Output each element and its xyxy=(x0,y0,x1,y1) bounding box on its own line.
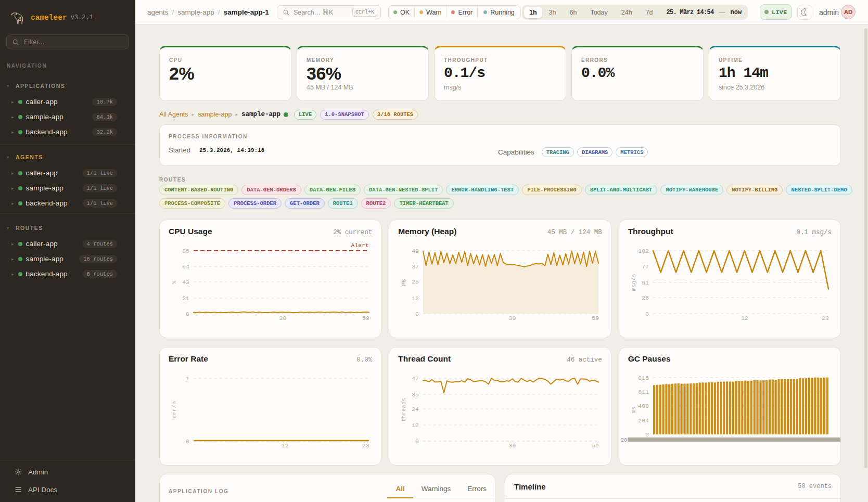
svg-text:25: 25 xyxy=(412,278,419,285)
svg-text:0: 0 xyxy=(186,438,189,445)
svg-text:Alert: Alert xyxy=(351,242,369,249)
svg-text:26: 26 xyxy=(642,294,649,301)
svg-text:408: 408 xyxy=(638,403,649,409)
svg-text:51: 51 xyxy=(642,279,649,286)
svg-text:85: 85 xyxy=(182,248,189,254)
svg-text:0: 0 xyxy=(415,311,419,317)
svg-text:threads: threads xyxy=(401,398,407,422)
svg-text:102: 102 xyxy=(638,248,649,254)
svg-text:37: 37 xyxy=(412,263,419,270)
svg-text:%: % xyxy=(171,280,177,284)
svg-text:30: 30 xyxy=(509,442,516,449)
svg-text:1: 1 xyxy=(186,375,189,382)
svg-text:47: 47 xyxy=(412,375,419,382)
svg-text:49: 49 xyxy=(412,248,419,254)
svg-text:30: 30 xyxy=(509,315,516,321)
svg-text:35: 35 xyxy=(412,391,419,398)
svg-text:815: 815 xyxy=(638,375,649,381)
svg-text:0: 0 xyxy=(415,438,419,445)
svg-text:43: 43 xyxy=(182,279,189,286)
svg-text:12: 12 xyxy=(412,422,419,429)
svg-text:23: 23 xyxy=(822,315,829,321)
svg-text:12: 12 xyxy=(282,442,289,449)
svg-text:21: 21 xyxy=(182,295,189,302)
svg-text:ms: ms xyxy=(631,406,637,413)
svg-text:0: 0 xyxy=(645,311,649,317)
svg-text:64: 64 xyxy=(182,263,189,270)
svg-text:59: 59 xyxy=(592,315,599,321)
svg-text:204: 204 xyxy=(638,417,649,424)
svg-text:20: 20 xyxy=(621,437,627,443)
svg-text:err/h: err/h xyxy=(171,401,177,418)
svg-text:30: 30 xyxy=(279,315,286,321)
svg-text:77: 77 xyxy=(642,263,649,270)
svg-text:12: 12 xyxy=(412,295,419,302)
svg-text:0: 0 xyxy=(645,431,649,438)
svg-text:23: 23 xyxy=(362,442,369,449)
svg-text:12: 12 xyxy=(741,315,748,321)
svg-text:59: 59 xyxy=(362,315,369,321)
svg-text:24: 24 xyxy=(412,406,419,413)
svg-text:msg/s: msg/s xyxy=(631,274,637,291)
svg-text:0: 0 xyxy=(186,311,189,317)
svg-text:59: 59 xyxy=(592,442,599,449)
svg-text:MB: MB xyxy=(401,279,407,286)
svg-text:611: 611 xyxy=(638,389,649,395)
